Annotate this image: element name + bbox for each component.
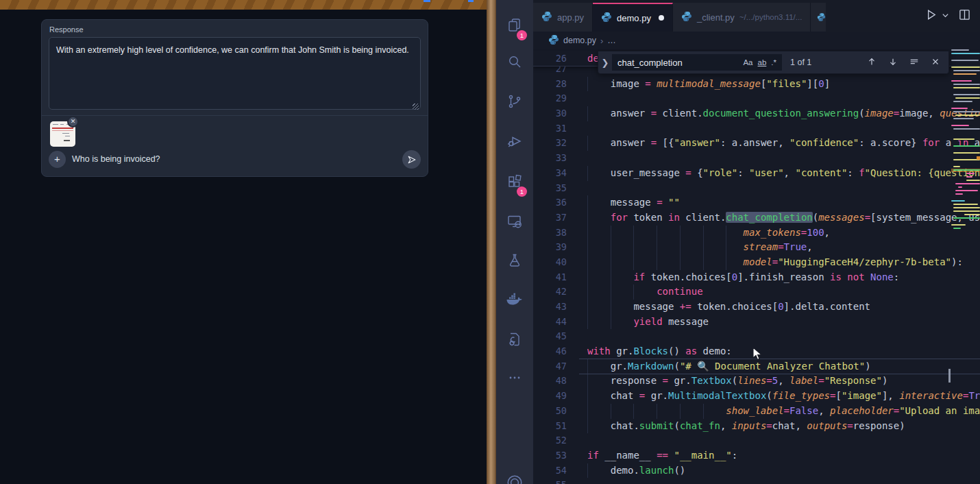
tab-app-py[interactable]: app.py bbox=[533, 3, 593, 32]
code-text[interactable] bbox=[587, 181, 980, 196]
code-line-51[interactable]: 51chat.submit(chat_fn, inputs=chat, outp… bbox=[533, 419, 980, 434]
tab-demo-py[interactable]: demo.py bbox=[593, 3, 673, 32]
code-text[interactable] bbox=[587, 433, 980, 448]
desktop-wallpaper-strip bbox=[0, 0, 496, 10]
whole-word-toggle[interactable]: ab bbox=[758, 58, 767, 66]
activity-item-run-debug-icon[interactable] bbox=[496, 125, 533, 158]
code-text[interactable]: demo.launch() bbox=[587, 463, 980, 479]
code-line-32[interactable]: 32answer = [{"answer": a.answer, "confid… bbox=[533, 136, 980, 151]
breadcrumb-file[interactable]: demo.py bbox=[563, 36, 596, 45]
code-line-31[interactable]: 31 bbox=[533, 121, 980, 136]
code-text[interactable]: yield message bbox=[587, 315, 980, 330]
code-line-34[interactable]: 34user_message = {"role": "user", "conte… bbox=[533, 166, 980, 181]
code-text[interactable] bbox=[587, 121, 980, 136]
find-input[interactable]: chat_completion Aa ab .* bbox=[612, 54, 782, 71]
textarea-resize-handle[interactable] bbox=[413, 104, 419, 110]
code-text[interactable]: max_tokens=100, bbox=[587, 226, 980, 241]
tab-_client-py[interactable]: _client.py~/.../python3.11/... bbox=[673, 3, 811, 32]
find-query-text[interactable]: chat_completion bbox=[617, 58, 738, 68]
run-dropdown-chevron-icon[interactable] bbox=[942, 10, 949, 22]
line-number: 38 bbox=[533, 226, 587, 241]
code-text[interactable] bbox=[587, 329, 980, 344]
code-line-53[interactable]: 53if __name__ == "__main__": bbox=[533, 448, 980, 463]
minimap-line bbox=[953, 228, 960, 229]
code-line-33[interactable]: 33 bbox=[533, 151, 980, 166]
code-text[interactable]: if __name__ == "__main__": bbox=[587, 448, 980, 463]
code-line-44[interactable]: 44yield message bbox=[533, 315, 980, 330]
code-line-39[interactable]: 39stream=True, bbox=[533, 240, 980, 255]
code-text[interactable]: show_label=False, placeholder="Upload an… bbox=[587, 404, 980, 419]
find-close-button[interactable] bbox=[931, 57, 940, 69]
activity-item-extensions-icon[interactable]: 1 bbox=[496, 165, 533, 198]
code-text[interactable]: continue bbox=[587, 285, 980, 300]
activity-item-docker-icon[interactable] bbox=[496, 283, 533, 316]
code-line-40[interactable]: 40model="HuggingFaceH4/zephyr-7b-beta"): bbox=[533, 255, 980, 270]
response-textarea[interactable]: With an extremely high level of confiden… bbox=[49, 37, 421, 110]
remove-attachment-button[interactable]: ✕ bbox=[67, 116, 79, 128]
match-case-toggle[interactable]: Aa bbox=[743, 58, 752, 66]
activity-item-account-icon[interactable] bbox=[496, 466, 533, 484]
breadcrumb-more[interactable]: … bbox=[607, 36, 616, 45]
line-number: 35 bbox=[533, 181, 587, 196]
minimap[interactable] bbox=[951, 49, 980, 484]
code-line-35[interactable]: 35 bbox=[533, 181, 980, 196]
code-text[interactable] bbox=[587, 151, 980, 166]
code-line-54[interactable]: 54demo.launch() bbox=[533, 463, 980, 479]
code-line-45[interactable]: 45 bbox=[533, 329, 980, 344]
activity-item-files-icon[interactable]: 1 bbox=[496, 9, 533, 42]
code-text[interactable]: with gr.Blocks() as demo: bbox=[587, 344, 980, 359]
code-text[interactable]: answer = client.document_question_answer… bbox=[587, 106, 980, 121]
tab-partial[interactable] bbox=[811, 3, 826, 32]
activity-item-source-control-icon[interactable] bbox=[496, 85, 533, 118]
activity-item-code-runner-icon[interactable] bbox=[496, 323, 533, 356]
code-text[interactable]: for token in client.chat_completion(mess… bbox=[587, 210, 980, 226]
code-line-52[interactable]: 52 bbox=[533, 433, 980, 448]
activity-item-remote-explorer-icon[interactable] bbox=[496, 205, 533, 238]
code-text[interactable] bbox=[587, 91, 980, 106]
find-in-selection-button[interactable] bbox=[909, 57, 919, 69]
code-line-29[interactable]: 29 bbox=[533, 91, 980, 106]
code-line-28[interactable]: 28image = multimodal_message["files"][0] bbox=[533, 77, 980, 92]
code-line-42[interactable]: 42continue bbox=[533, 285, 980, 300]
code-text[interactable]: model="HuggingFaceH4/zephyr-7b-beta"): bbox=[587, 255, 980, 270]
code-text[interactable]: answer = [{"answer": a.answer, "confiden… bbox=[587, 136, 980, 151]
code-text[interactable]: chat = gr.MultimodalTextbox(file_types=[… bbox=[587, 389, 980, 404]
code-line-41[interactable]: 41if token.choices[0].finish_reason is n… bbox=[533, 270, 980, 285]
code-text[interactable]: message = "" bbox=[587, 195, 980, 210]
code-text[interactable]: response = gr.Textbox(lines=5, label="Re… bbox=[587, 374, 980, 389]
code-text[interactable] bbox=[587, 478, 980, 484]
breadcrumb[interactable]: demo.py › … bbox=[533, 32, 980, 49]
regex-toggle[interactable]: .* bbox=[771, 58, 776, 66]
activity-item-testing-icon[interactable] bbox=[496, 244, 533, 277]
find-previous-button[interactable] bbox=[867, 57, 877, 69]
split-editor-button[interactable] bbox=[959, 9, 970, 23]
code-line-55[interactable]: 55 bbox=[533, 478, 980, 484]
code-line-43[interactable]: 43message += token.choices[0].delta.cont… bbox=[533, 300, 980, 315]
send-button[interactable] bbox=[402, 150, 421, 169]
find-expand-chevron-icon[interactable]: ❯ bbox=[598, 58, 612, 68]
code-line-47[interactable]: 47gr.Markdown("# 🔍 Document Analyzer Cha… bbox=[533, 359, 980, 374]
code-line-36[interactable]: 36message = "" bbox=[533, 195, 980, 210]
code-text[interactable]: message += token.choices[0].delta.conten… bbox=[587, 300, 980, 315]
code-editor[interactable]: 2728image = multimodal_message["files"][… bbox=[533, 49, 980, 484]
code-text[interactable]: user_message = {"role": "user", "content… bbox=[587, 166, 980, 181]
code-text[interactable]: chat.submit(chat_fn, inputs=chat, output… bbox=[587, 419, 980, 434]
code-text[interactable]: gr.Markdown("# 🔍 Document Analyzer Chatb… bbox=[587, 359, 980, 374]
find-next-button[interactable] bbox=[888, 57, 898, 69]
chat-text-input[interactable]: Who is being invoiced? bbox=[72, 154, 160, 164]
code-text[interactable]: stream=True, bbox=[587, 240, 980, 255]
code-line-30[interactable]: 30answer = client.document_question_answ… bbox=[533, 106, 980, 121]
code-line-50[interactable]: 50show_label=False, placeholder="Upload … bbox=[533, 404, 980, 419]
activity-item-search-icon[interactable] bbox=[496, 45, 533, 78]
code-line-38[interactable]: 38max_tokens=100, bbox=[533, 226, 980, 241]
line-number: 30 bbox=[533, 106, 587, 121]
code-line-46[interactable]: 46with gr.Blocks() as demo: bbox=[533, 344, 980, 359]
code-text[interactable]: if token.choices[0].finish_reason is not… bbox=[587, 270, 980, 285]
code-text[interactable]: image = multimodal_message["files"][0] bbox=[587, 77, 980, 92]
code-line-37[interactable]: 37for token in client.chat_completion(me… bbox=[533, 210, 980, 226]
run-button[interactable] bbox=[924, 8, 938, 24]
code-line-48[interactable]: 48response = gr.Textbox(lines=5, label="… bbox=[533, 374, 980, 389]
activity-item-more-views-icon[interactable] bbox=[496, 361, 533, 394]
add-file-button[interactable]: + bbox=[49, 151, 66, 168]
code-line-49[interactable]: 49chat = gr.MultimodalTextbox(file_types… bbox=[533, 389, 980, 404]
